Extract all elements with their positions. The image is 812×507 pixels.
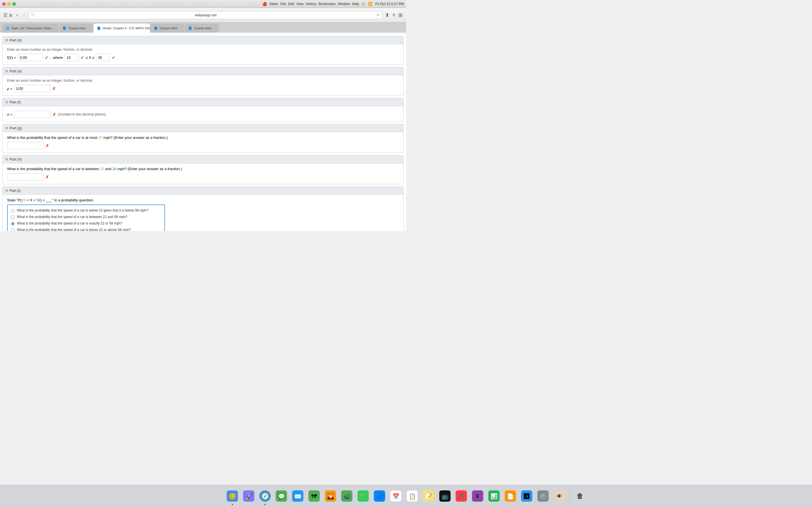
part-d-collapse-icon[interactable]: ⊟ (5, 38, 8, 42)
part-h-collapse-icon[interactable]: ⊟ (5, 158, 8, 161)
tab-topic-discussion[interactable]: 🌐 Topic: 10.7 Discussion--Rising Savings… (2, 24, 59, 33)
part-h-label: Part (h) (10, 157, 22, 161)
part-i-option4-text: What is the probability that the speed o… (17, 228, 131, 231)
url-text[interactable]: webassign.net (36, 13, 375, 17)
part-i-option4[interactable]: What is the probability that the speed o… (11, 227, 161, 231)
part-g-body: What is the probability that the speed o… (3, 132, 403, 153)
close-button[interactable] (2, 2, 6, 6)
apple-menu[interactable]: 🍎 (262, 2, 267, 6)
part-i-option3[interactable]: What is the probability that the speed o… (11, 220, 161, 227)
part-i-radio1[interactable] (11, 209, 15, 213)
part-i-state-mid: < X < (26, 198, 36, 202)
part-e-mu-input[interactable] (14, 85, 50, 92)
part-f-sigma-input[interactable] (14, 111, 51, 118)
part-g-answer-input[interactable] (7, 142, 44, 149)
privacy-icon: 🛡 (31, 13, 35, 17)
tab-label: Hmwk: Chapter 5 - F21 MATH D010 Int... (103, 26, 150, 30)
part-h-highlight2: 24 (112, 167, 116, 171)
part-f-status: ✗ (52, 112, 56, 117)
part-e-header[interactable]: ⊟ Part (e) (3, 67, 403, 75)
part-i-state-text: State "P(22 < X < 58) = ___" in a probab… (7, 198, 399, 202)
part-h-answer-input[interactable] (7, 173, 44, 180)
part-i-body: State "P(22 < X < 58) = ___" in a probab… (3, 194, 403, 231)
part-g-input-row: ✗ (7, 142, 399, 149)
part-d-upper-input[interactable] (96, 54, 110, 61)
battery-icon: 🔋 (361, 2, 365, 6)
part-h-question: What is the probability that the speed o… (7, 167, 399, 171)
menu-bar: 🍎 Safari File Edit View History Bookmark… (262, 2, 404, 6)
part-g-highlight1: 27 (98, 135, 102, 140)
part-e-mu-label: μ = (7, 87, 12, 91)
part-e-hint: Enter an exact number as an integer, fra… (7, 78, 399, 82)
part-d-fx-input[interactable] (18, 54, 43, 61)
nav-forward-button[interactable]: › (22, 11, 26, 19)
part-e-section: ⊟ Part (e) Enter an exact number as an i… (2, 67, 404, 96)
part-g-q-text1: What is the probability that the speed o… (7, 135, 98, 140)
tab-icon: 🌐 (6, 26, 10, 30)
edit-menu[interactable]: Edit (288, 2, 294, 6)
window-menu[interactable]: Window (338, 2, 350, 6)
part-d-body: Enter an exact number as an integer, fra… (3, 44, 403, 64)
address-bar[interactable]: 🛡 webassign.net ↻ (29, 11, 382, 19)
part-f-header[interactable]: ⊟ Part (f) (3, 98, 403, 106)
tab-hmwk-chapter5[interactable]: 📘 Hmwk: Chapter 5 - F21 MATH D010 Int... (94, 24, 150, 33)
part-h-header[interactable]: ⊟ Part (h) (3, 156, 403, 163)
part-i-state-prefix: State "P( (7, 198, 22, 202)
part-i-header[interactable]: ⊟ Part (i) (3, 187, 403, 194)
wifi-icon: 📶 (368, 2, 372, 6)
part-i-section: ⊟ Part (i) State "P(22 < X < 58) = ___" … (2, 186, 404, 231)
part-d-header[interactable]: ⊟ Part (d) (3, 36, 403, 44)
nav-back-button[interactable]: ‹ (15, 11, 19, 19)
share-button[interactable]: ⬆ (385, 12, 389, 18)
part-h-q-text1: What is the probability that the speed o… (7, 167, 100, 171)
tab-course-hero-1[interactable]: 📘 Course Hero (59, 24, 93, 33)
part-d-check1: ✔ (45, 55, 49, 60)
part-f-collapse-icon[interactable]: ⊟ (5, 100, 8, 104)
part-d-fx-label: f(X) = (7, 55, 16, 60)
titlebar: 🍎 Safari File Edit View History Bookmark… (0, 0, 406, 8)
part-i-collapse-icon[interactable]: ⊟ (5, 189, 8, 192)
traffic-lights[interactable] (2, 2, 16, 6)
tab-grid-button[interactable]: ⊞ (398, 12, 403, 18)
tabs-bar: 🌐 Topic: 10.7 Discussion--Rising Savings… (0, 22, 406, 33)
part-e-status: ✗ (52, 86, 56, 91)
view-menu[interactable]: View (296, 2, 304, 6)
part-i-option2[interactable]: What is the probability that the speed o… (11, 214, 161, 220)
part-d-comma: , (50, 55, 51, 60)
part-i-label: Part (i) (10, 188, 20, 193)
part-i-radio4[interactable] (11, 228, 15, 231)
tab-label: Topic: 10.7 Discussion--Rising Savings..… (11, 26, 55, 30)
part-h-status: ✗ (45, 174, 49, 180)
bookmarks-menu[interactable]: Bookmarks (319, 2, 336, 6)
part-h-section: ⊟ Part (h) What is the probability that … (2, 155, 404, 184)
part-e-body: Enter an exact number as an integer, fra… (3, 75, 403, 96)
part-g-header[interactable]: ⊟ Part (g) (3, 124, 403, 132)
part-i-radio3[interactable] (11, 222, 15, 226)
part-d-lower-input[interactable] (64, 54, 79, 61)
part-g-label: Part (g) (10, 126, 22, 130)
sidebar-toggle[interactable]: ☰ (3, 12, 7, 18)
file-menu[interactable]: File (281, 2, 286, 6)
part-g-collapse-icon[interactable]: ⊟ (5, 126, 8, 130)
tab-course-hero-2[interactable]: 📘 Course Hero (151, 24, 185, 33)
tab-icon: 📘 (154, 26, 158, 30)
reload-icon[interactable]: ↻ (377, 13, 380, 17)
part-e-input-row: μ = ✗ (7, 85, 399, 92)
tab-overview[interactable]: ⊞ (9, 13, 12, 17)
part-d-check3: ✔ (112, 55, 115, 60)
fullscreen-button[interactable] (12, 2, 16, 6)
part-g-section: ⊟ Part (g) What is the probability that … (2, 124, 404, 153)
part-d-lte-label: ≤ X ≤ (86, 55, 94, 60)
safari-menu[interactable]: Safari (269, 2, 278, 6)
help-menu[interactable]: Help (352, 2, 359, 6)
part-i-radio2[interactable] (11, 216, 15, 219)
part-d-label: Part (d) (10, 38, 22, 42)
history-menu[interactable]: History (306, 2, 316, 6)
new-tab-button[interactable]: + (392, 12, 396, 18)
tab-course-hero-3[interactable]: 📘 Course Hero (185, 24, 219, 33)
part-i-option1[interactable]: What is the probability that the speed o… (11, 207, 161, 214)
part-e-collapse-icon[interactable]: ⊟ (5, 69, 8, 73)
part-h-body: What is the probability that the speed o… (3, 163, 403, 184)
minimize-button[interactable] (7, 2, 11, 6)
page-content: ⊟ Part (d) Enter an exact number as an i… (0, 33, 406, 231)
